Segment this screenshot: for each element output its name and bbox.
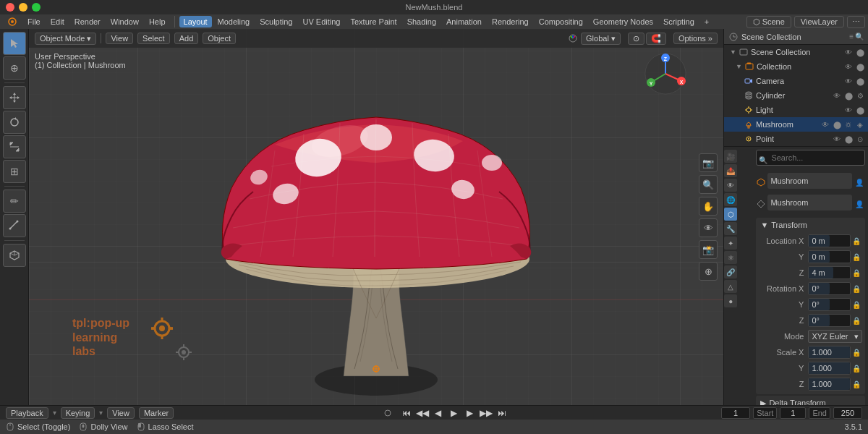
menu-render[interactable]: Render xyxy=(70,16,105,27)
rotation-z-value[interactable]: 0° xyxy=(808,314,851,327)
eye-icon[interactable]: 👁 xyxy=(820,119,830,129)
location-x-value[interactable]: 0 m xyxy=(808,234,851,247)
prop-tab-material[interactable]: ● xyxy=(724,294,737,307)
collection-collapse[interactable]: ▼ xyxy=(736,63,742,70)
navigation-gizmo[interactable]: Z X Y xyxy=(644,52,687,95)
outliner-scene-collection[interactable]: ▼ Scene Collection 👁 ⬤ xyxy=(724,45,868,59)
outliner-search[interactable]: 🔍 xyxy=(855,33,864,41)
object-name-input[interactable] xyxy=(770,176,849,185)
add-menu[interactable]: Add xyxy=(174,33,199,44)
jump-to-start[interactable]: ⏮ xyxy=(399,406,414,420)
scale-x-lock[interactable]: 🔒 xyxy=(851,346,862,358)
prop-tab-constraints[interactable]: 🔗 xyxy=(724,265,737,278)
outliner-point[interactable]: Point 👁 ⬤ ⊙ xyxy=(724,132,868,146)
tool-measure[interactable] xyxy=(3,214,26,237)
rotation-mode-select[interactable]: XYZ Euler ▾ xyxy=(808,330,862,343)
workspace-texture-paint[interactable]: Texture Paint xyxy=(346,16,401,27)
scene-collection-collapse[interactable]: ▼ xyxy=(730,48,736,56)
snap-toggle[interactable]: 🧲 xyxy=(646,33,666,45)
keying-dropdown[interactable]: ▾ xyxy=(99,409,103,417)
prop-tab-data[interactable]: △ xyxy=(724,280,737,293)
prop-tab-scene[interactable]: 🌐 xyxy=(724,193,737,206)
menu-window[interactable]: Window xyxy=(106,16,143,27)
workspace-uv-editing[interactable]: UV Editing xyxy=(298,16,344,27)
playback-menu[interactable]: Playback xyxy=(6,407,48,419)
rotation-z-lock[interactable]: 🔒 xyxy=(851,315,862,326)
tool-cursor[interactable]: ⊕ xyxy=(3,56,26,80)
prop-tab-object[interactable]: ⬡ xyxy=(724,208,737,221)
outliner-collection[interactable]: ▼ Collection 👁 ⬤ xyxy=(724,59,868,74)
properties-search[interactable] xyxy=(756,150,865,166)
scale-z-value[interactable]: 1.000 xyxy=(808,378,851,391)
more-options[interactable]: ⋯ xyxy=(847,16,865,28)
menu-help[interactable]: Help xyxy=(145,16,170,27)
workspace-compositing[interactable]: Compositing xyxy=(535,16,587,27)
scale-y-lock[interactable]: 🔒 xyxy=(851,362,862,374)
camera-view-gizmo[interactable]: 📸 xyxy=(699,240,718,259)
render-icon[interactable]: ⬤ xyxy=(855,105,865,115)
view-gizmo[interactable]: 👁 xyxy=(699,218,718,237)
location-z-value[interactable]: 4 m xyxy=(808,266,851,279)
rotation-x-lock[interactable]: 🔒 xyxy=(851,283,862,294)
render-icon[interactable]: ⬤ xyxy=(855,76,865,86)
object-menu[interactable]: Object xyxy=(203,33,236,44)
object-name-field[interactable] xyxy=(767,173,852,189)
proportional-editing[interactable]: ⊙ xyxy=(628,33,644,45)
playback-dropdown[interactable]: ▾ xyxy=(53,409,56,417)
render-icon[interactable]: ⬤ xyxy=(855,47,865,57)
eye-icon[interactable]: 👁 xyxy=(843,105,854,115)
select-menu[interactable]: Select xyxy=(137,33,170,44)
outliner-mushroom[interactable]: Mushroom 👁 ⬤ ⛭ ◈ xyxy=(724,117,868,132)
jump-to-end[interactable]: ⏭ xyxy=(495,406,509,420)
prev-keyframe[interactable]: ◀◀ xyxy=(415,406,430,420)
delta-transform-header[interactable]: ▶ Delta Transform xyxy=(756,396,865,405)
filter-icon[interactable]: ≡ xyxy=(849,33,854,41)
workspace-modeling[interactable]: Modeling xyxy=(213,16,255,27)
minimize-button[interactable] xyxy=(19,3,27,12)
workspace-add[interactable]: + xyxy=(700,16,713,27)
transform-global[interactable]: Global ▾ xyxy=(581,33,621,45)
step-forward[interactable]: ▶ xyxy=(463,406,477,420)
scale-y-value[interactable]: 1.000 xyxy=(808,362,851,375)
step-back[interactable]: ◀ xyxy=(431,406,446,420)
close-button[interactable] xyxy=(6,3,14,12)
scale-x-value[interactable]: 1.000 xyxy=(808,346,851,359)
menu-edit[interactable]: Edit xyxy=(46,16,69,27)
workspace-geometry-nodes[interactable]: Geometry Nodes xyxy=(589,16,658,27)
prop-tab-modifiers[interactable]: 🔧 xyxy=(724,222,737,235)
mesh-fake-user-icon[interactable]: 👤 xyxy=(854,198,865,210)
location-y-value[interactable]: 0 m xyxy=(808,250,851,263)
workspace-scripting[interactable]: Scripting xyxy=(659,16,699,27)
location-x-lock[interactable]: 🔒 xyxy=(851,235,862,247)
maximize-button[interactable] xyxy=(32,3,41,12)
marker-menu[interactable]: Marker xyxy=(139,407,174,419)
zoom-in-gizmo[interactable]: 🔍 xyxy=(699,175,718,194)
workspace-shading[interactable]: Shading xyxy=(403,16,441,27)
outliner-light[interactable]: Light 👁 ⬤ xyxy=(724,103,868,117)
workspace-animation[interactable]: Animation xyxy=(442,16,486,27)
3d-cursor-gizmo[interactable]: ⊕ xyxy=(699,262,718,281)
outliner-cylinder[interactable]: Cylinder 👁 ⬤ ⚙ xyxy=(724,88,868,103)
eye-icon[interactable]: 👁 xyxy=(843,61,854,72)
eye-icon[interactable]: 👁 xyxy=(832,134,842,144)
tool-scale[interactable] xyxy=(3,135,26,158)
prop-tab-view[interactable]: 👁 xyxy=(724,179,737,192)
view-menu-timeline[interactable]: View xyxy=(107,407,135,419)
workspace-layout[interactable]: Layout xyxy=(179,16,212,27)
tool-select[interactable] xyxy=(3,32,26,55)
menu-file[interactable]: File xyxy=(23,16,45,27)
options-button[interactable]: Options » xyxy=(673,33,718,44)
viewport[interactable]: Object Mode ▾ View Select Add Object Glo… xyxy=(29,29,723,405)
play-button[interactable]: ▶ xyxy=(447,406,461,420)
mesh-name-input[interactable] xyxy=(770,198,849,207)
fake-user-icon[interactable]: 👤 xyxy=(854,176,865,188)
scale-z-lock[interactable]: 🔒 xyxy=(851,378,862,390)
location-z-lock[interactable]: 🔒 xyxy=(851,267,862,278)
pan-gizmo[interactable]: ✋ xyxy=(699,197,718,216)
render-icon[interactable]: ⬤ xyxy=(832,119,842,129)
prop-tab-render[interactable]: 🎥 xyxy=(724,150,737,163)
tool-move[interactable] xyxy=(3,86,26,109)
outliner-camera[interactable]: Camera 👁 ⬤ xyxy=(724,74,868,88)
keying-menu[interactable]: Keying xyxy=(61,407,95,419)
location-y-lock[interactable]: 🔒 xyxy=(851,251,862,263)
